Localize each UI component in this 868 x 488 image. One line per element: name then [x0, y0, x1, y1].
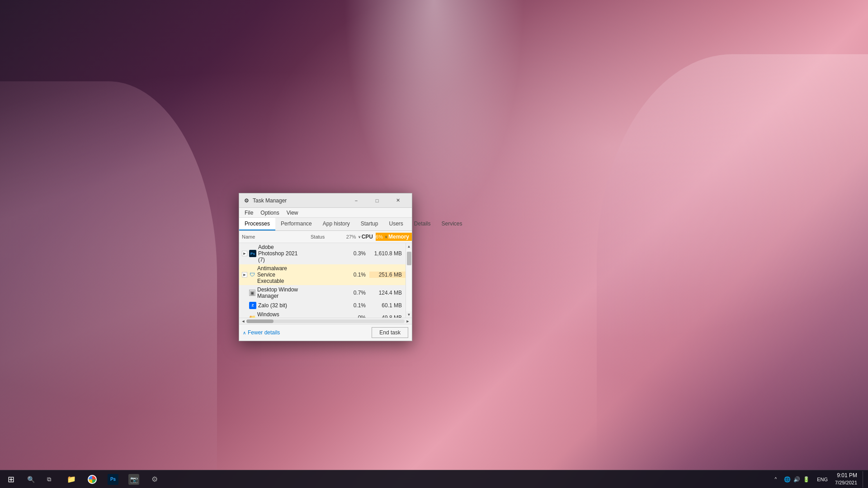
- process-mem-photoshop: 1,610.8 MB: [369, 250, 406, 257]
- chrome-taskbar-icon: [88, 475, 97, 484]
- task-manager-window: ⚙ Task Manager − □ ✕ File Options View P…: [239, 193, 412, 341]
- process-name-explorer: 📁 Windows Explorer: [239, 310, 302, 318]
- scroll-thumb[interactable]: [407, 252, 411, 265]
- taskbar-app-explorer[interactable]: 📁: [61, 471, 81, 488]
- tab-startup[interactable]: Startup: [355, 218, 384, 230]
- vertical-scrollbar[interactable]: ▲ ▼: [406, 243, 412, 318]
- process-cpu-antimalware: 0.1%: [338, 272, 369, 278]
- minimize-button[interactable]: −: [346, 193, 367, 208]
- process-name-photoshop: ► Ps Adobe Photoshop 2021 (7): [239, 243, 302, 264]
- system-tray: ^ 🌐 🔊 🔋 ENG 9:01 PM 7/29/2021: [773, 471, 868, 488]
- antimalware-icon: 🛡: [249, 272, 255, 278]
- explorer-icon: 📁: [249, 314, 255, 318]
- menu-view[interactable]: View: [283, 208, 302, 218]
- scroll-track: [406, 249, 412, 311]
- windows-logo-icon: ⊞: [8, 474, 14, 484]
- h-scroll-track: [246, 319, 405, 323]
- chevron-up-icon[interactable]: ^: [775, 477, 777, 482]
- scroll-down-button[interactable]: ▼: [406, 311, 412, 318]
- window-controls: − □ ✕: [346, 193, 408, 208]
- taskbar-app-photoshop[interactable]: Ps: [103, 471, 123, 488]
- show-desktop-button[interactable]: [863, 471, 864, 488]
- photoshop-icon: Ps: [249, 250, 256, 257]
- tab-processes[interactable]: Processes: [239, 218, 275, 230]
- start-button[interactable]: ⊞: [0, 470, 22, 488]
- process-cpu-dwm: 0.7%: [338, 290, 369, 296]
- network-icon: 🌐: [784, 476, 791, 483]
- process-list-container: ► Ps Adobe Photoshop 2021 (7) 0.3% 1,610…: [239, 243, 412, 318]
- notification-area: ^: [773, 477, 779, 482]
- battery-icon: 🔋: [803, 476, 810, 483]
- process-row[interactable]: Z Zalo (32 bit) 0.1% 60.1 MB: [239, 300, 406, 310]
- end-task-button[interactable]: End task: [372, 327, 408, 338]
- process-name-zalo: Z Zalo (32 bit): [239, 301, 302, 310]
- window-title: Task Manager: [253, 197, 346, 204]
- expand-antimalware-button[interactable]: ►: [242, 272, 247, 277]
- scroll-right-button[interactable]: ►: [405, 319, 411, 324]
- process-cpu-explorer: 0%: [338, 314, 369, 318]
- process-row[interactable]: ► Ps Adobe Photoshop 2021 (7) 0.3% 1,610…: [239, 243, 406, 264]
- taskbar-app-chrome[interactable]: [82, 471, 102, 488]
- memory-column-header[interactable]: 96% ∨ Memory: [376, 233, 412, 241]
- sort-arrow-icon: ∨: [358, 235, 361, 239]
- taskbar-app-settings[interactable]: ⚙: [145, 471, 165, 488]
- process-row[interactable]: ▣ Desktop Window Manager 0.7% 124.4 MB: [239, 286, 406, 300]
- cpu-column-header[interactable]: 27% ∨ CPU: [344, 233, 376, 241]
- close-button[interactable]: ✕: [387, 193, 408, 208]
- tab-app-history[interactable]: App history: [317, 218, 355, 230]
- process-cpu-photoshop: 0.3%: [338, 250, 369, 257]
- explorer-taskbar-icon: 📁: [66, 474, 77, 485]
- tab-bar: Processes Performance App history Startu…: [239, 218, 412, 231]
- name-column-header[interactable]: Name: [239, 233, 308, 241]
- horizontal-scrollbar[interactable]: ◄ ►: [239, 318, 412, 324]
- taskbar: ⊞ 🔍 ⧉ 📁 Ps 📷 ⚙ ^ 🌐 🔊 🔋 ENG: [0, 470, 868, 488]
- task-manager-icon: ⚙: [243, 197, 250, 204]
- taskbar-apps: 📁 Ps 📷 ⚙: [61, 471, 165, 488]
- search-icon: 🔍: [27, 476, 35, 483]
- system-clock[interactable]: 9:01 PM 7/29/2021: [831, 472, 861, 486]
- task-view-button[interactable]: ⧉: [40, 470, 58, 488]
- sort-arrow-mem-icon: ∨: [385, 235, 387, 239]
- title-bar: ⚙ Task Manager − □ ✕: [239, 193, 412, 208]
- status-column-header[interactable]: Status: [308, 233, 344, 241]
- desktop-background: [0, 0, 868, 488]
- task-view-icon: ⧉: [47, 476, 51, 483]
- tab-services[interactable]: Services: [436, 218, 468, 230]
- clock-time: 9:01 PM: [835, 472, 857, 479]
- zalo-icon: Z: [249, 302, 256, 309]
- fewer-details-button[interactable]: ∧ Fewer details: [243, 329, 280, 336]
- tab-users[interactable]: Users: [383, 218, 408, 230]
- maximize-button[interactable]: □: [367, 193, 387, 208]
- task-manager-footer: ∧ Fewer details End task: [239, 324, 412, 341]
- process-mem-zalo: 60.1 MB: [369, 302, 406, 309]
- scroll-left-button[interactable]: ◄: [240, 319, 246, 324]
- search-button[interactable]: 🔍: [22, 470, 40, 488]
- clock-date: 7/29/2021: [835, 479, 857, 486]
- process-row[interactable]: ► 🛡 Antimalware Service Executable 0.1% …: [239, 264, 406, 286]
- process-mem-explorer: 49.8 MB: [369, 314, 406, 318]
- photoshop-taskbar-icon: Ps: [108, 474, 118, 485]
- h-scroll-thumb[interactable]: [246, 319, 274, 323]
- process-name-dwm: ▣ Desktop Window Manager: [239, 286, 302, 300]
- taskbar-app-unknown[interactable]: 📷: [124, 471, 144, 488]
- menu-file[interactable]: File: [241, 208, 257, 218]
- system-icons: 🌐 🔊 🔋: [780, 476, 813, 483]
- menu-bar: File Options View: [239, 208, 412, 218]
- process-mem-dwm: 124.4 MB: [369, 290, 406, 296]
- menu-options[interactable]: Options: [257, 208, 283, 218]
- process-mem-antimalware: 251.6 MB: [369, 272, 406, 278]
- scroll-up-button[interactable]: ▲: [406, 243, 412, 249]
- tab-performance[interactable]: Performance: [275, 218, 317, 230]
- process-list: ► Ps Adobe Photoshop 2021 (7) 0.3% 1,610…: [239, 243, 412, 318]
- unknown-taskbar-icon: 📷: [128, 474, 139, 485]
- tab-details[interactable]: Details: [409, 218, 436, 230]
- process-name-antimalware: ► 🛡 Antimalware Service Executable: [239, 264, 302, 285]
- language-indicator[interactable]: ENG: [815, 477, 830, 482]
- process-row[interactable]: 📁 Windows Explorer 0% 49.8 MB: [239, 310, 406, 318]
- fewer-details-chevron: ∧: [243, 330, 246, 335]
- dwm-icon: ▣: [249, 290, 255, 296]
- process-cpu-zalo: 0.1%: [338, 302, 369, 309]
- volume-icon[interactable]: 🔊: [793, 476, 800, 483]
- expand-photoshop-button[interactable]: ►: [242, 251, 247, 256]
- settings-taskbar-icon: ⚙: [149, 474, 160, 485]
